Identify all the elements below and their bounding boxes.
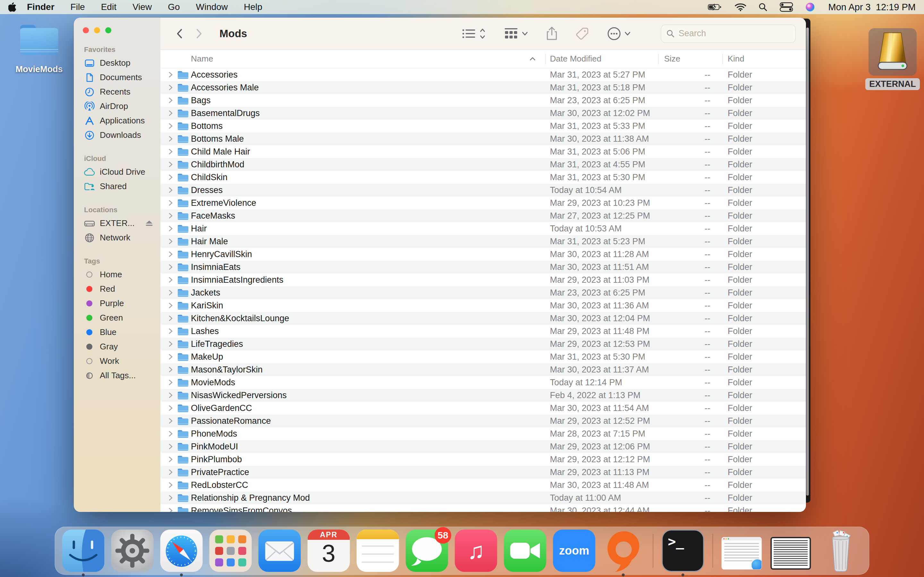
file-row[interactable]: MakeUp Mar 31, 2023 at 5:30 PM -- Folder	[160, 350, 806, 363]
file-row[interactable]: FaceMasks Mar 27, 2023 at 12:25 PM -- Fo…	[160, 210, 806, 222]
file-row[interactable]: PinkPlumbob Mar 29, 2023 at 12:12 PM -- …	[160, 453, 806, 466]
minimize-button[interactable]	[94, 27, 100, 33]
search-field[interactable]	[661, 25, 796, 43]
menu-help[interactable]: Help	[236, 2, 270, 12]
background-window-scrollbar[interactable]	[806, 27, 809, 496]
control-center-icon[interactable]	[780, 2, 793, 12]
disclosure-chevron-icon[interactable]	[168, 301, 173, 309]
disclosure-chevron-icon[interactable]	[168, 84, 173, 91]
group-by-button[interactable]	[504, 27, 528, 40]
disclosure-chevron-icon[interactable]	[168, 263, 173, 271]
file-row[interactable]: HenryCavillSkin Mar 30, 2023 at 11:28 AM…	[160, 248, 806, 261]
disclosure-chevron-icon[interactable]	[168, 250, 173, 258]
disclosure-chevron-icon[interactable]	[168, 212, 173, 219]
more-options-button[interactable]	[607, 27, 631, 41]
disclosure-chevron-icon[interactable]	[168, 353, 173, 361]
file-row[interactable]: Accessories Male Mar 31, 2023 at 5:18 PM…	[160, 81, 806, 94]
file-row[interactable]: OliveGardenCC Mar 30, 2023 at 11:54 AM -…	[160, 402, 806, 414]
disclosure-chevron-icon[interactable]	[168, 97, 173, 104]
close-button[interactable]	[83, 27, 89, 33]
disclosure-chevron-icon[interactable]	[168, 443, 173, 450]
search-input[interactable]	[678, 29, 784, 39]
file-row[interactable]: InsimniaEats Mar 30, 2023 at 11:51 AM --…	[160, 261, 806, 274]
file-row[interactable]: LifeTragedies Mar 29, 2023 at 12:53 PM -…	[160, 338, 806, 350]
disclosure-chevron-icon[interactable]	[168, 366, 173, 374]
disclosure-chevron-icon[interactable]	[168, 481, 173, 489]
disclosure-chevron-icon[interactable]	[168, 379, 173, 386]
menu-finder[interactable]: Finder	[19, 2, 63, 12]
disclosure-chevron-icon[interactable]	[168, 417, 173, 425]
file-row[interactable]: InsimniaEatsIngredients Mar 29, 2023 at …	[160, 274, 806, 286]
disclosure-chevron-icon[interactable]	[168, 135, 173, 143]
sidebar-item-applications[interactable]: Applications	[82, 113, 160, 128]
finder-dock-icon[interactable]	[62, 530, 105, 572]
sidebar-item-airdrop[interactable]: AirDrop	[82, 99, 160, 113]
sidebar-item-work[interactable]: Work	[82, 354, 160, 368]
file-row[interactable]: Hair Today at 10:53 AM -- Folder	[160, 222, 806, 235]
system-settings-dock-icon[interactable]	[111, 530, 153, 572]
sidebar-item-icloud-drive[interactable]: iCloud Drive	[82, 165, 160, 179]
disclosure-chevron-icon[interactable]	[168, 71, 173, 79]
zoom-button[interactable]	[105, 27, 111, 33]
calendar-dock-icon[interactable]: APR3	[308, 530, 350, 572]
disclosure-chevron-icon[interactable]	[168, 456, 173, 463]
disclosure-chevron-icon[interactable]	[168, 327, 173, 335]
menu-file[interactable]: File	[63, 2, 93, 12]
menu-clock[interactable]: Mon Apr 3 12:19 PM	[829, 2, 916, 13]
sidebar-item-blue[interactable]: Blue	[82, 325, 160, 340]
disclosure-chevron-icon[interactable]	[168, 314, 173, 322]
view-list-button[interactable]	[462, 27, 486, 40]
disclosure-chevron-icon[interactable]	[168, 392, 173, 399]
battery-charging-icon[interactable]	[708, 3, 722, 11]
facetime-dock-icon[interactable]	[504, 530, 546, 572]
sidebar-item-desktop[interactable]: Desktop	[82, 56, 160, 70]
share-button[interactable]	[546, 27, 557, 41]
file-row[interactable]: BasementalDrugs Mar 30, 2023 at 12:02 PM…	[160, 107, 806, 119]
sidebar-item-home[interactable]: Home	[82, 268, 160, 282]
disclosure-chevron-icon[interactable]	[168, 404, 173, 412]
column-header-kind[interactable]: Kind	[722, 54, 806, 64]
file-row[interactable]: PhoneMods Mar 28, 2023 at 7:15 PM -- Fol…	[160, 427, 806, 440]
menu-edit[interactable]: Edit	[93, 2, 124, 12]
spotlight-search-icon[interactable]	[758, 3, 767, 11]
disclosure-chevron-icon[interactable]	[168, 507, 173, 512]
file-row[interactable]: NisasWickedPerversions Feb 4, 2022 at 1:…	[160, 389, 806, 402]
disclosure-chevron-icon[interactable]	[168, 122, 173, 130]
desktop-icon-moviemods[interactable]: MovieMods	[7, 20, 71, 75]
disclosure-chevron-icon[interactable]	[168, 430, 173, 438]
file-row[interactable]: PinkModeUI Mar 29, 2023 at 12:06 PM -- F…	[160, 440, 806, 453]
column-header-date[interactable]: Date Modified	[545, 54, 658, 64]
launchpad-dock-icon[interactable]	[210, 530, 252, 572]
origin-dock-icon[interactable]	[602, 530, 645, 572]
file-row[interactable]: Bottoms Male Mar 30, 2023 at 11:38 AM --…	[160, 132, 806, 145]
terminal-dock-icon[interactable]: >_	[662, 530, 704, 572]
sidebar-item-all-tags[interactable]: All Tags...	[82, 368, 160, 383]
disclosure-chevron-icon[interactable]	[168, 199, 173, 207]
sidebar-item-recents[interactable]: Recents	[82, 85, 160, 99]
menu-go[interactable]: Go	[160, 2, 188, 12]
column-header-size[interactable]: Size	[658, 54, 722, 64]
eject-icon[interactable]	[145, 220, 153, 227]
mail-dock-icon[interactable]	[258, 530, 301, 572]
back-button[interactable]	[170, 28, 189, 39]
desktop-icon-external[interactable]: EXTERNAL	[861, 28, 924, 90]
file-row[interactable]: RedLobsterCC Mar 30, 2023 at 11:48 AM --…	[160, 479, 806, 492]
file-row[interactable]: Relationship & Pregnancy Mod Today at 11…	[160, 492, 806, 504]
file-row[interactable]: PrivatePractice Mar 29, 2023 at 11:13 PM…	[160, 466, 806, 479]
file-row[interactable]: ExtremeViolence Mar 29, 2023 at 10:23 PM…	[160, 197, 806, 210]
disclosure-chevron-icon[interactable]	[168, 109, 173, 117]
disclosure-chevron-icon[interactable]	[168, 237, 173, 245]
disclosure-chevron-icon[interactable]	[168, 173, 173, 181]
sidebar-item-exter[interactable]: EXTER...	[82, 216, 160, 230]
window-preview-safari-dock-icon[interactable]	[722, 530, 764, 572]
disclosure-chevron-icon[interactable]	[168, 276, 173, 284]
menu-window[interactable]: Window	[188, 2, 236, 12]
disclosure-chevron-icon[interactable]	[168, 148, 173, 155]
file-row[interactable]: Child Male Hair Mar 31, 2023 at 5:06 PM …	[160, 145, 806, 158]
disclosure-chevron-icon[interactable]	[168, 468, 173, 476]
file-row[interactable]: KariSkin Mar 30, 2023 at 11:36 AM -- Fol…	[160, 299, 806, 312]
file-row[interactable]: PassionateRomance Mar 29, 2023 at 12:52 …	[160, 414, 806, 427]
disclosure-chevron-icon[interactable]	[168, 186, 173, 194]
sidebar-item-purple[interactable]: Purple	[82, 296, 160, 311]
sidebar-item-documents[interactable]: Documents	[82, 70, 160, 85]
